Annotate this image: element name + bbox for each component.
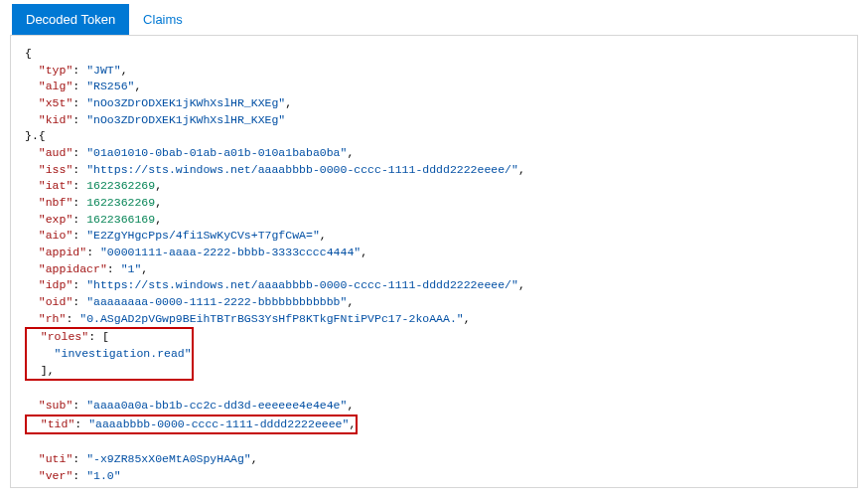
jwt-sub-val: "aaaa0a0a-bb1b-cc2c-dd3d-eeeeee4e4e4e" [86, 399, 347, 412]
jwt-roles-key: "roles" [41, 330, 88, 343]
highlight-roles: "roles": [ "investigation.read" ], [25, 327, 194, 381]
jwt-header-typ-key: "typ" [39, 64, 73, 77]
jwt-sub-key: "sub" [39, 399, 73, 412]
jwt-aud-key: "aud" [39, 146, 73, 159]
highlight-tid: "tid": "aaaabbbb-0000-cccc-1111-dddd2222… [25, 415, 358, 435]
jwt-iss-val: "https://sts.windows.net/aaaabbbb-0000-c… [86, 163, 518, 176]
jwt-header-kid-key: "kid" [39, 113, 73, 126]
jwt-rh-val: "0.ASgAD2pVGwp9BEihTBTrBGS3YsHfP8KTkgFNt… [79, 312, 463, 325]
tab-decoded-token[interactable]: Decoded Token [12, 4, 129, 35]
jwt-header-x5t-val: "nOo3ZDrODXEK1jKWhXslHR_KXEg" [86, 96, 285, 109]
jwt-header-alg-key: "alg" [39, 80, 73, 92]
jwt-exp-key: "exp" [39, 213, 73, 226]
jwt-oid-val: "aaaaaaaa-0000-1111-2222-bbbbbbbbbbbb" [86, 295, 347, 308]
jwt-signature: [Signature] [39, 485, 114, 488]
jwt-iat-key: "iat" [39, 179, 73, 192]
jwt-oid-key: "oid" [39, 295, 73, 308]
jwt-idp-key: "idp" [39, 278, 73, 291]
jwt-uti-val: "-x9ZR85xX0eMtA0SpyHAAg" [86, 452, 251, 465]
jwt-nbf-val: 1622362269 [86, 196, 155, 209]
jwt-tid-key: "tid" [41, 417, 75, 430]
jwt-ver-val: "1.0" [86, 469, 121, 482]
jwt-header-typ-val: "JWT" [86, 64, 121, 77]
jwt-iat-val: 1622362269 [86, 179, 155, 192]
jwt-header-x5t-key: "x5t" [39, 96, 73, 109]
jwt-exp-val: 1622366169 [86, 213, 155, 226]
jwt-appidacr-val: "1" [121, 262, 142, 275]
jwt-header-kid-val: "nOo3ZDrODXEK1jKWhXslHR_KXEg" [86, 113, 285, 126]
jwt-tid-val: "aaaabbbb-0000-cccc-1111-dddd2222eeee" [88, 417, 349, 430]
jwt-aio-key: "aio" [39, 229, 73, 242]
jwt-rh-key: "rh" [39, 312, 67, 325]
jwt-aio-val: "E2ZgYHgcPps/4fi1SwKyCVs+T7gfCwA=" [86, 229, 320, 242]
jwt-ver-key: "ver" [39, 469, 73, 482]
jwt-appid-val: "00001111-aaaa-2222-bbbb-3333cccc4444" [100, 246, 361, 258]
jwt-aud-val: "01a01010-0bab-01ab-a01b-010a1baba0ba" [86, 146, 347, 159]
jwt-roles-val0: "investigation.read" [55, 347, 192, 360]
jwt-iss-key: "iss" [39, 163, 73, 176]
jwt-uti-key: "uti" [39, 452, 73, 465]
jwt-header-alg-val: "RS256" [86, 80, 134, 92]
tab-claims[interactable]: Claims [129, 4, 197, 35]
decoded-token-panel: { "typ": "JWT", "alg": "RS256", "x5t": "… [10, 35, 858, 488]
tab-bar: Decoded Token Claims [12, 4, 864, 35]
jwt-appid-key: "appid" [39, 246, 86, 258]
jwt-nbf-key: "nbf" [39, 196, 73, 209]
jwt-idp-val: "https://sts.windows.net/aaaabbbb-0000-c… [86, 278, 518, 291]
jwt-appidacr-key: "appidacr" [39, 262, 107, 275]
jwt-json: { "typ": "JWT", "alg": "RS256", "x5t": "… [25, 46, 845, 488]
